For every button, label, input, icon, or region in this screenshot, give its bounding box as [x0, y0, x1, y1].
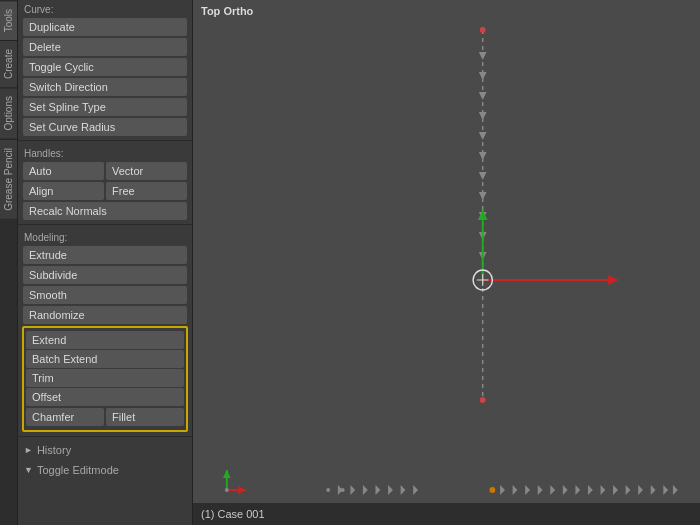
btn-fillet[interactable]: Fillet: [106, 408, 184, 426]
svg-marker-5: [479, 132, 487, 140]
handle-row-1: Auto Vector: [23, 162, 187, 180]
vertical-tabs: Tools Create Options Grease Pencil: [0, 0, 18, 525]
tab-create[interactable]: Create: [0, 40, 17, 87]
curve-section-label: Curve:: [18, 0, 192, 17]
svg-marker-27: [401, 485, 406, 495]
divider-1: [18, 140, 192, 141]
svg-point-13: [480, 27, 486, 33]
svg-marker-32: [525, 485, 530, 495]
btn-chamfer[interactable]: Chamfer: [26, 408, 104, 426]
btn-smooth[interactable]: Smooth: [23, 286, 187, 304]
svg-marker-43: [663, 485, 668, 495]
svg-marker-40: [626, 485, 631, 495]
svg-marker-33: [538, 485, 543, 495]
svg-marker-23: [350, 485, 355, 495]
btn-delete[interactable]: Delete: [23, 38, 187, 56]
svg-marker-24: [363, 485, 368, 495]
svg-marker-7: [479, 172, 487, 180]
btn-extend[interactable]: Extend: [26, 331, 184, 349]
history-arrow-icon: ►: [24, 445, 33, 455]
status-text: (1) Case 001: [201, 508, 265, 520]
btn-align[interactable]: Align: [23, 182, 104, 200]
btn-auto[interactable]: Auto: [23, 162, 104, 180]
svg-marker-30: [500, 485, 505, 495]
tab-options[interactable]: Options: [0, 87, 17, 138]
svg-marker-18: [478, 210, 488, 220]
status-bar: (1) Case 001: [193, 503, 700, 525]
toggle-arrow-icon: ▼: [24, 465, 33, 475]
svg-point-14: [480, 397, 486, 403]
svg-point-46: [341, 488, 345, 492]
btn-trim[interactable]: Trim: [26, 369, 184, 387]
svg-marker-38: [601, 485, 606, 495]
svg-marker-4: [479, 112, 487, 120]
history-section[interactable]: ► History: [18, 440, 192, 460]
svg-marker-25: [376, 485, 381, 495]
svg-marker-48: [223, 470, 231, 478]
btn-randomize[interactable]: Randomize: [23, 306, 187, 324]
svg-marker-41: [638, 485, 643, 495]
svg-marker-28: [413, 485, 418, 495]
btn-set-spline-type[interactable]: Set Spline Type: [23, 98, 187, 116]
svg-marker-6: [479, 152, 487, 160]
chamfer-fillet-row: Chamfer Fillet: [26, 407, 184, 427]
history-label: History: [37, 444, 71, 456]
divider-3: [18, 436, 192, 437]
btn-recalc-normals[interactable]: Recalc Normals: [23, 202, 187, 220]
btn-switch-direction[interactable]: Switch Direction: [23, 78, 187, 96]
btn-toggle-cyclic[interactable]: Toggle Cyclic: [23, 58, 187, 76]
btn-extrude[interactable]: Extrude: [23, 246, 187, 264]
svg-point-45: [326, 488, 330, 492]
viewport[interactable]: Top Ortho: [193, 0, 700, 525]
btn-duplicate[interactable]: Duplicate: [23, 18, 187, 36]
svg-marker-50: [238, 486, 246, 494]
svg-marker-35: [563, 485, 568, 495]
svg-marker-37: [588, 485, 593, 495]
handle-row-2: Align Free: [23, 182, 187, 200]
svg-marker-2: [479, 72, 487, 80]
btn-subdivide[interactable]: Subdivide: [23, 266, 187, 284]
svg-marker-31: [513, 485, 518, 495]
svg-point-51: [225, 488, 229, 492]
tab-grease-pencil[interactable]: Grease Pencil: [0, 139, 17, 219]
toggle-editmode-section[interactable]: ▼ Toggle Editmode: [18, 460, 192, 480]
svg-marker-39: [613, 485, 618, 495]
svg-marker-1: [479, 52, 487, 60]
svg-marker-16: [608, 275, 618, 285]
svg-marker-42: [651, 485, 656, 495]
divider-2: [18, 224, 192, 225]
btn-batch-extend[interactable]: Batch Extend: [26, 350, 184, 368]
btn-set-curve-radius[interactable]: Set Curve Radius: [23, 118, 187, 136]
toggle-editmode-label: Toggle Editmode: [37, 464, 119, 476]
viewport-svg: [193, 0, 700, 525]
left-panel: Curve: Duplicate Delete Toggle Cyclic Sw…: [18, 0, 193, 525]
btn-free[interactable]: Free: [106, 182, 187, 200]
modeling-section-label: Modeling:: [18, 228, 192, 245]
svg-marker-8: [479, 192, 487, 200]
svg-marker-34: [550, 485, 555, 495]
btn-offset[interactable]: Offset: [26, 388, 184, 406]
svg-marker-3: [479, 92, 487, 100]
highlight-section: Extend Batch Extend Trim Offset Chamfer …: [22, 326, 188, 432]
handles-section-label: Handles:: [18, 144, 192, 161]
tab-tools[interactable]: Tools: [0, 0, 17, 40]
svg-marker-44: [673, 485, 678, 495]
svg-marker-36: [575, 485, 580, 495]
svg-marker-26: [388, 485, 393, 495]
btn-vector[interactable]: Vector: [106, 162, 187, 180]
svg-point-29: [489, 487, 495, 493]
